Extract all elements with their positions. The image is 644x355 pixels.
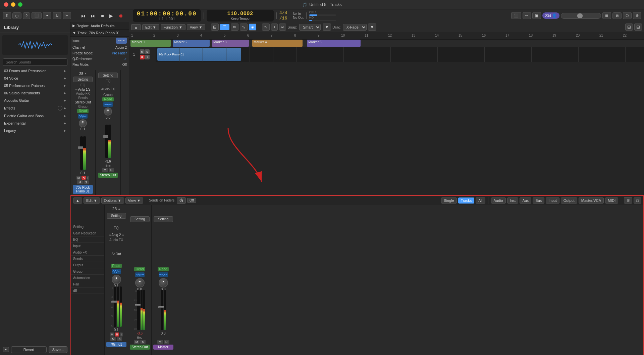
- insp-r-btn-1[interactable]: R: [82, 176, 86, 180]
- list-view-btn[interactable]: ☰: [220, 24, 229, 30]
- mixer-view-btn[interactable]: View ▼: [125, 197, 144, 204]
- drag-down-btn[interactable]: ▼: [368, 24, 376, 31]
- output-btn[interactable]: Output: [561, 197, 577, 204]
- insp-read-2[interactable]: Read: [102, 97, 114, 101]
- toolbar-btn-1[interactable]: ⬆: [3, 12, 11, 19]
- ch2-name-bar[interactable]: Stereo Out: [130, 345, 150, 350]
- mixer-icon-btn-1[interactable]: ⊞: [624, 197, 632, 204]
- snap-down-btn[interactable]: ▼: [323, 24, 331, 31]
- sidebar-item-acoustic[interactable]: Acoustic Guitar ▶: [0, 97, 70, 104]
- mixer-options-btn[interactable]: Options ▼: [101, 197, 124, 204]
- track-collapse-icon[interactable]: ▼: [72, 31, 76, 35]
- maximize-button[interactable]: [18, 2, 22, 7]
- insp-setting-btn-1[interactable]: Setting: [73, 77, 93, 82]
- pen-btn[interactable]: ✏: [231, 24, 238, 31]
- insp-name-bar-2[interactable]: Stereo Out: [98, 173, 118, 178]
- sends-off-btn[interactable]: Off: [187, 198, 196, 203]
- ch2-pan-knob[interactable]: [135, 278, 145, 287]
- toolbar-monitor-btn[interactable]: 🖥: [612, 12, 622, 19]
- toolbar-wifi-btn[interactable]: ⊕: [633, 12, 641, 19]
- toolbar-btn-scissors[interactable]: ✂: [63, 12, 71, 19]
- sidebar-item-experimental[interactable]: Experimental ▶: [0, 120, 70, 127]
- brightness-slider[interactable]: [561, 13, 601, 19]
- sidebar-item-performance[interactable]: 05 Performance Patches ▶: [0, 82, 70, 89]
- marker-4[interactable]: Marker 4: [252, 40, 303, 47]
- forward-button[interactable]: ⏭: [90, 12, 97, 19]
- master-vca-btn[interactable]: Master/VCA: [579, 197, 604, 204]
- ch3-m-btn[interactable]: M: [157, 340, 163, 344]
- toolbar-btn-2[interactable]: ⭮: [12, 12, 21, 19]
- ch3-setting-btn[interactable]: Setting: [154, 216, 173, 222]
- zoom-h-btn[interactable]: ⊟: [625, 24, 633, 31]
- play-button[interactable]: ▶: [108, 12, 114, 19]
- inst-btn[interactable]: Inst: [507, 197, 519, 204]
- sidebar-item-legacy[interactable]: Legacy ▶: [0, 127, 70, 134]
- marker-1[interactable]: Marker 1: [130, 40, 171, 47]
- marker-3[interactable]: Marker 3: [212, 40, 249, 47]
- sidebar-item-studio[interactable]: 06 Studio Instruments ▶: [0, 89, 70, 97]
- ch3-d-btn[interactable]: D: [164, 340, 169, 344]
- mixer-up-btn[interactable]: ▲: [73, 197, 82, 204]
- snap-select[interactable]: Smart: [299, 24, 321, 31]
- ch2-s-btn[interactable]: S: [140, 340, 146, 344]
- ch3-automation[interactable]: Read: [158, 267, 169, 271]
- flex-btn[interactable]: ◈: [249, 24, 256, 31]
- all-btn[interactable]: All: [476, 197, 485, 204]
- drag-select[interactable]: X-Fade: [343, 24, 367, 31]
- minimize-button[interactable]: [11, 2, 15, 7]
- toolbar-btn-3[interactable]: ?: [23, 12, 30, 19]
- close-button[interactable]: [4, 2, 8, 7]
- toolbar-pencil-btn[interactable]: ✏: [523, 12, 531, 19]
- add-btn[interactable]: +: [271, 24, 278, 31]
- toolbar-btn-4[interactable]: ⬛: [32, 12, 42, 19]
- audio-btn[interactable]: Audio: [491, 197, 506, 204]
- mixer-edit-btn[interactable]: Edit ▼: [84, 197, 100, 204]
- warp-btn[interactable]: ⤡: [240, 24, 248, 31]
- single-btn[interactable]: Single: [441, 197, 457, 204]
- search-input[interactable]: [3, 58, 67, 66]
- arrange-up-btn[interactable]: ▲: [131, 24, 141, 30]
- revert-button[interactable]: Revert: [11, 346, 47, 353]
- stop-button[interactable]: ■: [100, 12, 105, 19]
- sidebar-item-electric[interactable]: Electric Guitar and Bass ▶: [0, 112, 70, 120]
- save-button[interactable]: Save...: [49, 346, 67, 353]
- sidebar-down-btn[interactable]: ▼: [3, 347, 9, 352]
- ch1-r-btn[interactable]: R: [115, 332, 119, 337]
- insp-pan-1[interactable]: [79, 119, 87, 127]
- ch1-name-bar[interactable]: 70s...01: [106, 342, 126, 347]
- zoom-v-btn[interactable]: ⊞: [634, 24, 642, 31]
- marker-5[interactable]: Marker 5: [307, 40, 361, 47]
- sends-power-btn[interactable]: ⏻: [177, 197, 186, 204]
- arrow-tool-btn[interactable]: ↖: [262, 24, 270, 31]
- insp-m2-btn-1[interactable]: M: [77, 180, 83, 184]
- track-m-btn-1[interactable]: M: [140, 49, 145, 54]
- sidebar-item-drums[interactable]: 03 Drums and Percussion ▶: [0, 67, 70, 75]
- insp-read-1[interactable]: Read: [77, 109, 89, 113]
- grid-btn[interactable]: ⊞: [211, 24, 219, 31]
- effects-plus-button[interactable]: +: [58, 106, 62, 110]
- ch1-automation[interactable]: Read: [111, 264, 122, 268]
- track-r-btn-1[interactable]: R: [140, 55, 145, 59]
- insp-name-bar-1[interactable]: 70s Rock Piano 01: [73, 185, 93, 194]
- insp-fader-1[interactable]: [80, 136, 83, 170]
- sidebar-item-effects[interactable]: Effects + ▶: [0, 104, 70, 112]
- ch1-s-btn[interactable]: S: [117, 337, 122, 341]
- aux-btn[interactable]: Aux: [520, 197, 531, 204]
- ch2-setting-btn[interactable]: Setting: [130, 216, 150, 222]
- ch1-setting-btn[interactable]: Setting: [107, 213, 126, 219]
- arrange-view-btn[interactable]: View ▼: [187, 24, 206, 30]
- track-s-btn-1[interactable]: S: [145, 49, 150, 54]
- insp-setting-btn-2[interactable]: Setting: [98, 73, 118, 78]
- insp-m2-btn-2[interactable]: M: [102, 168, 108, 172]
- toolbar-inspector-btn[interactable]: ▣: [532, 12, 541, 19]
- toolbar-midi-btn[interactable]: ⬡: [623, 12, 632, 19]
- insp-s-btn-1[interactable]: S: [84, 180, 89, 184]
- rewind-button[interactable]: ⏮: [79, 12, 87, 19]
- insp-pan-2[interactable]: [104, 107, 112, 116]
- waveform-icon-btn[interactable]: 〜〜: [116, 38, 127, 44]
- insp-m-btn-1[interactable]: M: [76, 176, 81, 180]
- mixer-icon-btn-2[interactable]: □: [634, 197, 641, 204]
- ch2-m-btn[interactable]: M: [134, 340, 140, 344]
- sidebar-item-voice[interactable]: 04 Voice ▶: [0, 75, 70, 82]
- track-clip-1[interactable]: 70s Rock Piano 01: [157, 48, 241, 61]
